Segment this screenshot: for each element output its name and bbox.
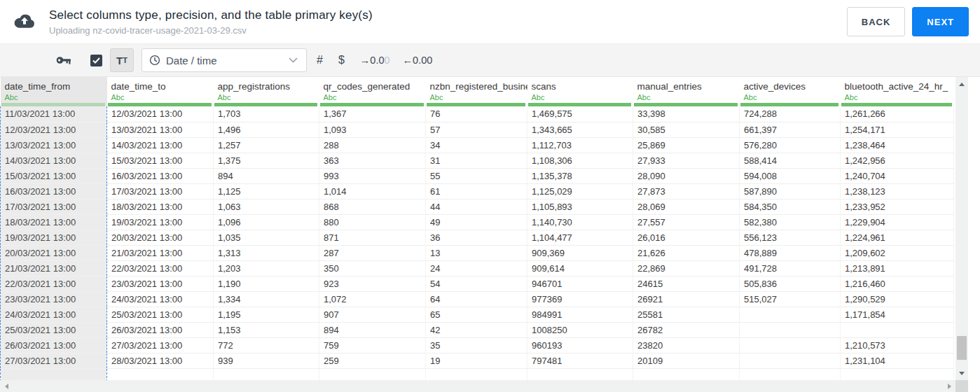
cell-nzbn_registered_busine[interactable]: 35	[426, 337, 527, 353]
cell-bluetooth_active_24_hr_[interactable]: 1,224,961	[841, 230, 954, 245]
cell-qr_codes_generated[interactable]: 923	[319, 276, 426, 291]
cell-manual_entries[interactable]: 26,016	[633, 230, 740, 245]
cell-manual_entries[interactable]: 25,869	[633, 137, 740, 153]
cell-app_registrations[interactable]: 1,203	[214, 260, 319, 276]
cell-bluetooth_active_24_hr_[interactable]: 1,290,529	[841, 291, 954, 307]
cell-scans[interactable]: 1,112,703	[527, 137, 633, 153]
cell-date_time_to[interactable]: 27/03/2021 13:00	[107, 337, 214, 353]
cell-active_devices[interactable]: 478,889	[740, 245, 841, 260]
cell-date_time_to[interactable]: 14/03/2021 13:00	[107, 137, 214, 153]
cell-nzbn_registered_busine[interactable]: 55	[426, 168, 527, 183]
cell-nzbn_registered_busine[interactable]: 49	[426, 214, 527, 230]
cell-active_devices[interactable]: 576,280	[740, 137, 841, 153]
cell-date_time_from[interactable]: 23/03/2021 13:00	[1, 291, 107, 307]
cell-nzbn_registered_busine[interactable]: 19	[426, 353, 527, 368]
cell-scans[interactable]: 984991	[527, 307, 633, 322]
cell-app_registrations[interactable]: 1,190	[214, 276, 319, 291]
column-header-scans[interactable]: scansAbc	[527, 77, 633, 106]
column-enabled-checkbox[interactable]	[90, 55, 102, 66]
cell-scans[interactable]: 1,343,665	[527, 122, 633, 137]
cell-manual_entries[interactable]: 20109	[633, 353, 740, 368]
cell-nzbn_registered_busine[interactable]: 76	[426, 106, 527, 122]
cell-manual_entries[interactable]: 21,626	[633, 245, 740, 260]
decimal-shift-right-button[interactable]: →0.00	[360, 55, 390, 66]
cell-date_time_from[interactable]: 26/03/2021 13:00	[1, 337, 107, 353]
cell-manual_entries[interactable]: 23820	[633, 337, 740, 353]
cell-nzbn_registered_busine[interactable]: 54	[426, 276, 527, 291]
cell-qr_codes_generated[interactable]: 363	[319, 153, 426, 168]
column-header-app_registrations[interactable]: app_registrationsAbc	[214, 77, 319, 106]
cell-date_time_to[interactable]: 22/03/2021 13:00	[107, 260, 214, 276]
scroll-down-arrow-icon[interactable]	[955, 368, 968, 379]
cell-app_registrations[interactable]: 1,153	[214, 322, 319, 337]
cell-active_devices[interactable]: 587,890	[740, 183, 841, 199]
cell-date_time_to[interactable]: 25/03/2021 13:00	[107, 307, 214, 322]
cell-date_time_from[interactable]: 27/03/2021 13:00	[1, 353, 107, 368]
cell-qr_codes_generated[interactable]: 1,014	[319, 183, 426, 199]
cell-scans[interactable]: 946701	[527, 276, 633, 291]
cell-bluetooth_active_24_hr_[interactable]: 1,229,904	[841, 214, 954, 230]
cell-active_devices[interactable]: 582,380	[740, 214, 841, 230]
cell-nzbn_registered_busine[interactable]: 24	[426, 260, 527, 276]
cell-app_registrations[interactable]: 939	[214, 353, 319, 368]
column-header-date_time_to[interactable]: date_time_toAbc	[107, 77, 214, 106]
cell-date_time_to[interactable]: 15/03/2021 13:00	[107, 153, 214, 168]
cell-manual_entries[interactable]: 27,557	[633, 214, 740, 230]
cell-scans[interactable]: 1,108,306	[527, 153, 633, 168]
cell-date_time_to[interactable]: 21/03/2021 13:00	[107, 245, 214, 260]
cell-manual_entries[interactable]: 27,873	[633, 183, 740, 199]
cell-active_devices[interactable]: 491,728	[740, 260, 841, 276]
cell-scans[interactable]: 1,125,029	[527, 183, 633, 199]
cell-date_time_from[interactable]: 16/03/2021 13:00	[1, 183, 107, 199]
cell-active_devices[interactable]: 515,027	[740, 291, 841, 307]
column-header-nzbn_registered_busine[interactable]: nzbn_registered_busineAbc	[426, 77, 527, 106]
cell-date_time_from[interactable]: 22/03/2021 13:00	[1, 276, 107, 291]
horizontal-scrollbar[interactable]	[0, 380, 955, 392]
column-header-bluetooth_active_24_hr_[interactable]: bluetooth_active_24_hr_Abc	[841, 77, 954, 106]
cell-nzbn_registered_busine[interactable]: 31	[426, 153, 527, 168]
cell-date_time_from[interactable]: 21/03/2021 13:00	[1, 260, 107, 276]
cell-bluetooth_active_24_hr_[interactable]: 1,213,891	[841, 260, 954, 276]
next-button[interactable]: NEXT	[912, 7, 969, 36]
cell-date_time_to[interactable]: 20/03/2021 13:00	[107, 230, 214, 245]
cell-app_registrations[interactable]: 772	[214, 337, 319, 353]
cell-date_time_to[interactable]: 18/03/2021 13:00	[107, 199, 214, 214]
vertical-scrollbar-thumb[interactable]	[957, 336, 967, 360]
column-header-active_devices[interactable]: active_devicesAbc	[740, 77, 841, 106]
cell-date_time_to[interactable]: 12/03/2021 13:00	[107, 106, 214, 122]
cell-qr_codes_generated[interactable]: 907	[319, 307, 426, 322]
cell-qr_codes_generated[interactable]: 1,072	[319, 291, 426, 307]
cell-date_time_from[interactable]: 14/03/2021 13:00	[1, 153, 107, 168]
cell-bluetooth_active_24_hr_[interactable]: 1,238,123	[841, 183, 954, 199]
cell-scans[interactable]: 1008250	[527, 322, 633, 337]
cell-manual_entries[interactable]: 28,090	[633, 168, 740, 183]
cell-date_time_to[interactable]: 24/03/2021 13:00	[107, 291, 214, 307]
cell-qr_codes_generated[interactable]: 880	[319, 214, 426, 230]
cell-bluetooth_active_24_hr_[interactable]: 1,210,573	[841, 337, 954, 353]
cell-manual_entries[interactable]: 22,869	[633, 260, 740, 276]
column-type-dropdown[interactable]: Date / time	[142, 48, 307, 72]
cell-nzbn_registered_busine[interactable]: 65	[426, 307, 527, 322]
cell-scans[interactable]: 1,469,575	[527, 106, 633, 122]
cell-scans[interactable]: 960193	[527, 337, 633, 353]
cell-scans[interactable]: 1,135,378	[527, 168, 633, 183]
cell-app_registrations[interactable]: 1,063	[214, 199, 319, 214]
column-header-date_time_from[interactable]: date_time_fromAbc	[1, 77, 107, 106]
cell-app_registrations[interactable]: 1,375	[214, 153, 319, 168]
cell-qr_codes_generated[interactable]: 871	[319, 230, 426, 245]
cell-app_registrations[interactable]: 894	[214, 168, 319, 183]
number-type-button[interactable]: #	[317, 54, 323, 66]
cell-date_time_from[interactable]: 15/03/2021 13:00	[1, 168, 107, 183]
cell-bluetooth_active_24_hr_[interactable]: 1,240,704	[841, 168, 954, 183]
column-header-qr_codes_generated[interactable]: qr_codes_generatedAbc	[319, 77, 426, 106]
cell-date_time_from[interactable]: 11/03/2021 13:00	[1, 106, 107, 122]
cell-date_time_from[interactable]: 13/03/2021 13:00	[1, 137, 107, 153]
cell-scans[interactable]: 1,105,893	[527, 199, 633, 214]
scroll-up-arrow-icon[interactable]	[955, 78, 968, 90]
cell-manual_entries[interactable]: 25581	[633, 307, 740, 322]
cell-nzbn_registered_busine[interactable]: 64	[426, 291, 527, 307]
column-header-manual_entries[interactable]: manual_entriesAbc	[633, 77, 740, 106]
cell-qr_codes_generated[interactable]: 1,367	[319, 106, 426, 122]
scroll-left-arrow-icon[interactable]	[1, 380, 12, 392]
cell-qr_codes_generated[interactable]: 350	[319, 260, 426, 276]
